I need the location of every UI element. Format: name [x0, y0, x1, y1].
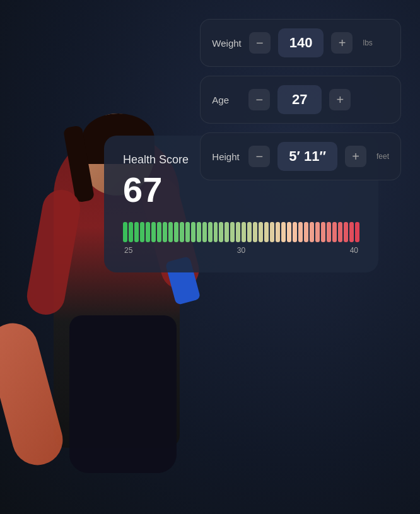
bar-segment: [134, 222, 139, 242]
height-card: Height − 5′ 11″ + feet: [200, 132, 401, 180]
height-label: Height: [212, 151, 241, 162]
bar-segment: [146, 222, 150, 242]
bar-labels: 25 30 40: [123, 246, 359, 255]
bar-segment: [247, 222, 252, 242]
bar-segment: [310, 222, 314, 242]
age-value: 27: [292, 91, 307, 107]
bar-segment: [225, 222, 229, 242]
bar-segment: [264, 222, 269, 242]
bar-segment: [293, 222, 297, 242]
height-plus-button[interactable]: +: [345, 146, 366, 167]
height-value-box: 5′ 11″: [277, 142, 337, 171]
age-card: Age − 27 +: [200, 76, 401, 124]
bar-segment: [163, 222, 167, 242]
bar-segment: [197, 222, 201, 242]
bar-segment: [129, 222, 133, 242]
bar-segment: [236, 222, 240, 242]
bar-segment: [230, 222, 235, 242]
bar-segment: [214, 222, 218, 242]
bar-label-30: 30: [237, 246, 245, 255]
weight-value: 140: [289, 35, 313, 50]
weight-value-box: 140: [278, 28, 324, 57]
age-value-box: 27: [277, 85, 322, 114]
weight-label: Weight: [212, 38, 241, 49]
bar-segment: [191, 222, 195, 242]
bar-segment: [219, 222, 223, 242]
bar-segment: [151, 222, 156, 242]
height-unit: feet: [376, 152, 389, 161]
height-minus-button[interactable]: −: [248, 146, 270, 167]
bar-segment: [174, 222, 178, 242]
bar-segment: [208, 222, 213, 242]
bar-segment: [315, 222, 320, 242]
bar-segment: [123, 222, 127, 242]
weight-card: Weight − 140 + lbs: [200, 19, 401, 67]
bar-segment: [298, 222, 303, 242]
bar-segment: [242, 222, 246, 242]
bar-segment: [321, 222, 325, 242]
bar-label-40: 40: [350, 246, 358, 255]
color-bar: [123, 222, 359, 242]
input-cards-container: Weight − 140 + lbs Age − 27 + Height − 5…: [200, 19, 401, 180]
bar-segment: [180, 222, 184, 242]
bar-label-25: 25: [124, 246, 132, 255]
bar-segment: [304, 222, 308, 242]
weight-plus-button[interactable]: +: [331, 32, 353, 54]
bar-segment: [270, 222, 274, 242]
bar-segment: [332, 222, 337, 242]
bar-segment: [253, 222, 257, 242]
bar-segment: [202, 222, 207, 242]
bar-segment: [259, 222, 263, 242]
weight-minus-button[interactable]: −: [249, 32, 271, 54]
bar-segment: [157, 222, 161, 242]
age-plus-button[interactable]: +: [329, 89, 351, 110]
bar-segment: [287, 222, 291, 242]
age-minus-button[interactable]: −: [248, 89, 270, 110]
bar-segment: [338, 222, 342, 242]
bar-segment: [140, 222, 144, 242]
age-label: Age: [212, 95, 241, 105]
height-value: 5′ 11″: [289, 148, 326, 164]
bar-segment: [168, 222, 173, 242]
bar-segment: [327, 222, 331, 242]
color-bar-container: 25 30 40: [123, 222, 359, 255]
weight-unit: lbs: [363, 38, 372, 47]
bar-segment: [344, 222, 348, 242]
bar-segment: [185, 222, 190, 242]
bar-segment: [276, 222, 280, 242]
bar-segment: [355, 222, 359, 242]
bar-segment: [349, 222, 354, 242]
bar-segment: [281, 222, 286, 242]
